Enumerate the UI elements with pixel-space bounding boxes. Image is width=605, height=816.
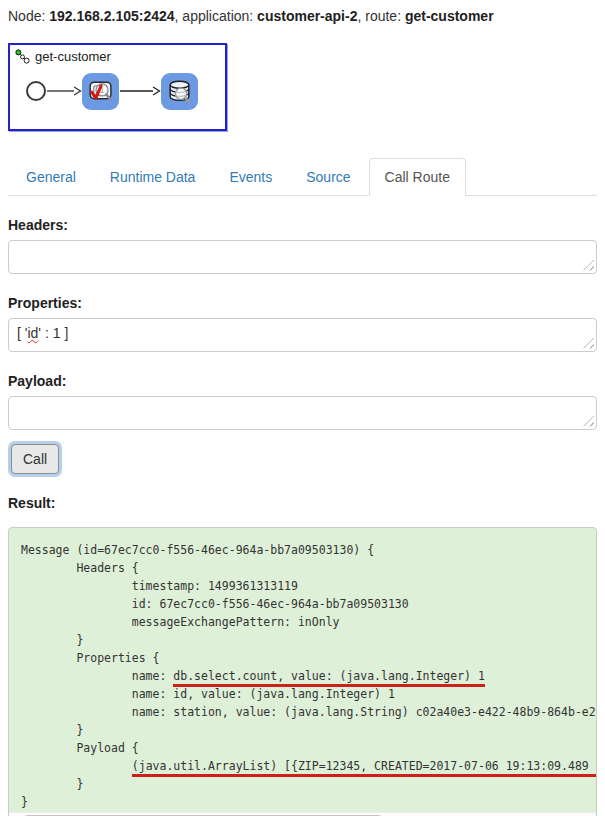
result-output: Message (id=67ec7cc0-f556-46ec-964a-bb7a… bbox=[8, 527, 597, 816]
headers-input[interactable] bbox=[8, 240, 597, 274]
result-line: id: 67ec7cc0-f556-46ec-964a-bb7a09503130 bbox=[21, 595, 584, 613]
tab-bar: General Runtime Data Events Source Call … bbox=[8, 158, 597, 196]
tab-general[interactable]: General bbox=[10, 158, 92, 196]
call-button[interactable]: Call bbox=[11, 444, 59, 474]
red-underline-annotation: (java.util.ArrayList) [{ZIP=12345, CREAT… bbox=[132, 759, 596, 777]
flow-arrow-icon bbox=[119, 85, 161, 97]
result-line: } bbox=[21, 775, 584, 793]
result-line: name: id, value: (java.lang.Integer) 1 bbox=[21, 685, 584, 703]
flow-arrow-icon bbox=[46, 85, 82, 97]
result-line: Headers { bbox=[21, 559, 584, 577]
payload-label: Payload: bbox=[8, 373, 597, 389]
resize-grip-icon[interactable] bbox=[583, 260, 594, 271]
result-line: } bbox=[21, 793, 584, 811]
result-line: Payload { bbox=[21, 739, 584, 757]
tab-call-route[interactable]: Call Route bbox=[369, 158, 466, 196]
payload-input[interactable] bbox=[8, 396, 597, 430]
diagram-title: get-customer bbox=[10, 45, 225, 64]
route-diagram: get-customer 1 bbox=[8, 43, 227, 131]
result-line: messageExchangePattern: inOnly bbox=[21, 613, 584, 631]
application-name: customer-api-2 bbox=[257, 8, 357, 24]
call-route-page: Node: 192.168.2.105:2424, application: c… bbox=[0, 0, 605, 816]
result-line: name: station, value: (java.lang.String)… bbox=[21, 703, 584, 721]
route-flow: 1 bbox=[26, 73, 225, 110]
tab-source[interactable]: Source bbox=[290, 158, 366, 196]
result-message-text: Message (id=67ec7cc0-f556-46ec-964a-bb7a… bbox=[9, 528, 596, 812]
breadcrumb: Node: 192.168.2.105:2424, application: c… bbox=[8, 8, 597, 26]
resize-grip-icon[interactable] bbox=[583, 416, 594, 427]
tab-events[interactable]: Events bbox=[213, 158, 288, 196]
validate-node-icon[interactable]: 1 bbox=[82, 73, 119, 110]
start-circle-node[interactable] bbox=[26, 81, 46, 101]
database-node-icon[interactable] bbox=[161, 73, 198, 110]
result-label: Result: bbox=[8, 495, 597, 511]
resize-grip-icon[interactable] bbox=[583, 338, 594, 349]
tab-runtime-data[interactable]: Runtime Data bbox=[94, 158, 212, 196]
properties-input[interactable]: [ 'id' : 1 ] bbox=[8, 318, 597, 352]
result-line: } bbox=[21, 631, 584, 649]
result-line: timestamp: 1499361313119 bbox=[21, 577, 584, 595]
result-line: (java.util.ArrayList) [{ZIP=12345, CREAT… bbox=[21, 757, 584, 775]
headers-label: Headers: bbox=[8, 217, 597, 233]
result-line: Message (id=67ec7cc0-f556-46ec-964a-bb7a… bbox=[21, 541, 584, 559]
red-underline-annotation: db.select.count, value: (java.lang.Integ… bbox=[173, 669, 485, 687]
route-name: get-customer bbox=[405, 8, 494, 24]
diagram-route-name: get-customer bbox=[35, 49, 111, 64]
properties-label: Properties: bbox=[8, 295, 597, 311]
result-line: Properties { bbox=[21, 649, 584, 667]
route-icon bbox=[15, 49, 30, 64]
properties-input-value: [ 'id' : 1 ] bbox=[17, 325, 68, 341]
horizontal-scrollbar[interactable] bbox=[9, 812, 596, 816]
route-label: , route: bbox=[357, 8, 404, 24]
node-label: Node: bbox=[8, 8, 49, 24]
result-line: } bbox=[21, 721, 584, 739]
spellcheck-squiggle: id bbox=[27, 325, 38, 341]
application-label: , application: bbox=[175, 8, 258, 24]
result-line: name: db.select.count, value: (java.lang… bbox=[21, 667, 584, 685]
node-address: 192.168.2.105:2424 bbox=[49, 8, 174, 24]
